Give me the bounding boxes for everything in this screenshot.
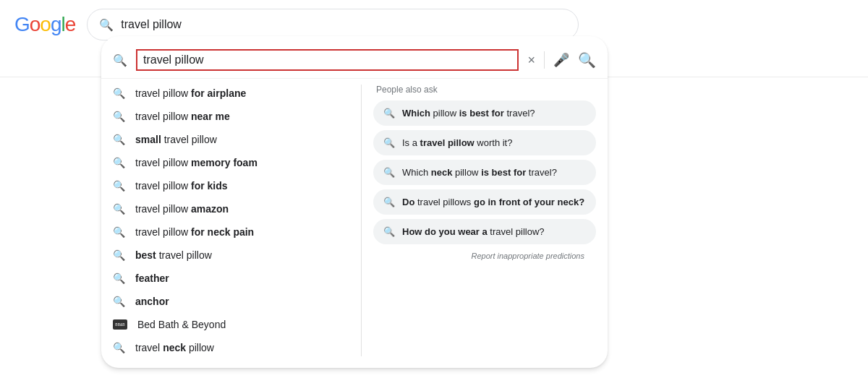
google-logo: Google [14,13,75,36]
search-input-icon: 🔍 [113,53,127,67]
report-inappropriate[interactable]: Report inappropriate predictions [373,249,596,266]
suggestion-search-icon-6: 🔍 [113,203,125,215]
suggestion-2[interactable]: 🔍 travel pillow near me [101,105,361,128]
suggestion-bbb[interactable]: BB&B Bed Bath & Beyond [101,313,361,336]
input-actions: × 🎤 🔍 [527,51,596,69]
suggestion-text-anchor: anchor [135,296,169,307]
suggestion-text-6: travel pillow amazon [135,203,229,215]
suggestion-search-icon-3: 🔍 [113,134,125,145]
clear-button[interactable]: × [527,53,535,68]
paa-item-4[interactable]: 🔍 Do travel pillows go in front of your … [373,189,596,215]
paa-item-2[interactable]: 🔍 Is a travel pillow worth it? [373,130,596,155]
divider [544,51,545,69]
suggestion-text-4: travel pillow memory foam [135,157,258,168]
suggestion-text-feather: feather [135,272,169,284]
paa-text-2: Is a travel pillow worth it? [402,137,512,148]
search-button-icon[interactable]: 🔍 [578,51,596,69]
search-input-row: 🔍 × 🎤 🔍 [101,42,608,79]
paa-search-icon-4: 🔍 [383,197,395,207]
paa-text-5: How do you wear a travel pillow? [402,226,545,237]
paa-text-3: Which neck pillow is best for travel? [402,167,557,178]
suggestion-text-1: travel pillow for airplane [135,87,246,99]
suggestion-neck[interactable]: 🔍 travel neck pillow [101,336,361,359]
suggestion-8[interactable]: 🔍 best travel pillow [101,244,361,267]
paa-text-4: Do travel pillows go in front of your ne… [402,197,584,207]
suggestion-text-5: travel pillow for kids [135,180,228,192]
people-also-ask-column: People also ask 🔍 Which pillow is best f… [362,79,608,362]
store-icon-bbb: BB&B [113,319,127,330]
suggestion-text-7: travel pillow for neck pain [135,226,254,238]
suggestion-search-icon-neck: 🔍 [113,342,125,353]
search-input[interactable] [136,49,519,71]
suggestion-anchor[interactable]: 🔍 anchor [101,290,361,313]
suggestion-text-3: small travel pillow [135,134,217,145]
paa-item-5[interactable]: 🔍 How do you wear a travel pillow? [373,219,596,244]
suggestion-5[interactable]: 🔍 travel pillow for kids [101,174,361,197]
suggestion-1[interactable]: 🔍 travel pillow for airplane [101,82,361,105]
paa-search-icon-2: 🔍 [383,137,395,148]
suggestion-3[interactable]: 🔍 small travel pillow [101,128,361,151]
suggestion-search-icon-4: 🔍 [113,157,125,168]
suggestion-search-icon-7: 🔍 [113,226,125,238]
suggestion-search-icon-8: 🔍 [113,249,125,261]
suggestion-feather[interactable]: 🔍 feather [101,267,361,290]
suggestion-search-icon-feather: 🔍 [113,272,125,284]
paa-label: People also ask [373,85,596,95]
autocomplete-dropdown: 🔍 × 🎤 🔍 🔍 travel pillow for airplane 🔍 t… [101,36,608,368]
suggestion-7[interactable]: 🔍 travel pillow for neck pain [101,220,361,244]
paa-text-1: Which pillow is best for travel? [402,108,535,119]
suggestion-text-bbb: Bed Bath & Beyond [137,319,226,330]
suggestion-search-icon-5: 🔍 [113,180,125,192]
suggestion-6[interactable]: 🔍 travel pillow amazon [101,197,361,220]
dropdown-body: 🔍 travel pillow for airplane 🔍 travel pi… [101,79,608,362]
search-text-display: travel pillow [121,18,566,31]
suggestion-text-neck: travel neck pillow [135,342,214,353]
suggestion-search-icon-1: 🔍 [113,87,125,99]
suggestion-text-8: best travel pillow [135,249,212,261]
microphone-icon[interactable]: 🎤 [553,52,569,68]
paa-search-icon-1: 🔍 [383,108,395,119]
suggestions-column: 🔍 travel pillow for airplane 🔍 travel pi… [101,79,361,362]
paa-search-icon-5: 🔍 [383,226,395,237]
search-icon: 🔍 [99,18,114,32]
suggestion-text-2: travel pillow near me [135,111,230,122]
paa-item-1[interactable]: 🔍 Which pillow is best for travel? [373,100,596,126]
suggestion-4[interactable]: 🔍 travel pillow memory foam [101,151,361,174]
suggestion-search-icon-anchor: 🔍 [113,296,125,307]
paa-item-3[interactable]: 🔍 Which neck pillow is best for travel? [373,160,596,185]
suggestion-search-icon-2: 🔍 [113,111,125,122]
paa-search-icon-3: 🔍 [383,167,395,178]
